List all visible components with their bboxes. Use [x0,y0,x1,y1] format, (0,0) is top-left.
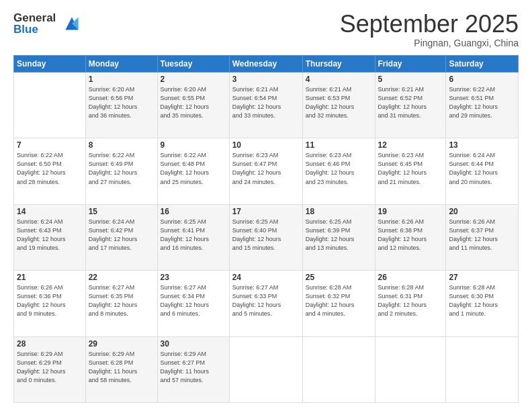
calendar-cell: 9Sunrise: 6:22 AM Sunset: 6:48 PM Daylig… [157,138,229,204]
day-number: 27 [449,273,515,282]
day-number: 29 [89,339,154,349]
calendar-cell: 21Sunrise: 6:26 AM Sunset: 6:36 PM Dayli… [14,271,86,336]
calendar-cell: 22Sunrise: 6:27 AM Sunset: 6:35 PM Dayli… [85,271,157,336]
day-detail: Sunrise: 6:21 AM Sunset: 6:52 PM Dayligh… [378,85,443,120]
day-detail: Sunrise: 6:23 AM Sunset: 6:47 PM Dayligh… [232,151,300,186]
calendar-cell: 26Sunrise: 6:28 AM Sunset: 6:31 PM Dayli… [375,271,446,336]
day-detail: Sunrise: 6:25 AM Sunset: 6:40 PM Dayligh… [232,218,300,253]
calendar-cell: 13Sunrise: 6:24 AM Sunset: 6:44 PM Dayli… [446,138,519,204]
calendar-cell: 10Sunrise: 6:23 AM Sunset: 6:47 PM Dayli… [229,138,302,204]
calendar-cell: 4Sunrise: 6:21 AM Sunset: 6:53 PM Daylig… [302,73,375,138]
calendar-cell: 18Sunrise: 6:25 AM Sunset: 6:39 PM Dayli… [302,204,375,270]
calendar-cell: 12Sunrise: 6:23 AM Sunset: 6:45 PM Dayli… [375,138,446,204]
day-number: 16 [161,207,226,216]
day-detail: Sunrise: 6:20 AM Sunset: 6:56 PM Dayligh… [89,85,154,120]
calendar-cell: 3Sunrise: 6:21 AM Sunset: 6:54 PM Daylig… [229,73,302,138]
calendar-cell: 28Sunrise: 6:29 AM Sunset: 6:29 PM Dayli… [14,336,86,402]
day-number: 18 [306,207,372,216]
day-detail: Sunrise: 6:25 AM Sunset: 6:39 PM Dayligh… [306,218,372,253]
day-detail: Sunrise: 6:22 AM Sunset: 6:49 PM Dayligh… [89,151,154,186]
weekday-header: Sunday [14,56,86,73]
day-detail: Sunrise: 6:21 AM Sunset: 6:54 PM Dayligh… [232,85,300,120]
weekday-header: Monday [85,56,157,73]
page-header: General Blue September 2025 Pingnan, Gua… [13,12,519,48]
calendar-cell: 24Sunrise: 6:27 AM Sunset: 6:33 PM Dayli… [229,271,302,336]
title-block: September 2025 Pingnan, Guangxi, China [340,12,519,48]
day-number: 21 [17,273,83,282]
day-number: 28 [17,339,83,349]
calendar-week-row: 14Sunrise: 6:24 AM Sunset: 6:43 PM Dayli… [14,204,519,270]
calendar-week-row: 7Sunrise: 6:22 AM Sunset: 6:50 PM Daylig… [14,138,519,204]
weekday-header: Tuesday [157,56,229,73]
day-number: 5 [378,75,443,84]
calendar-cell: 17Sunrise: 6:25 AM Sunset: 6:40 PM Dayli… [229,204,302,270]
weekday-header: Wednesday [229,56,302,73]
calendar-cell [229,336,302,402]
weekday-header: Friday [375,56,446,73]
day-detail: Sunrise: 6:24 AM Sunset: 6:44 PM Dayligh… [449,151,515,186]
day-detail: Sunrise: 6:28 AM Sunset: 6:31 PM Dayligh… [378,283,443,318]
day-number: 2 [161,75,226,84]
location-subtitle: Pingnan, Guangxi, China [340,38,519,48]
calendar-header-row: SundayMondayTuesdayWednesdayThursdayFrid… [14,56,519,73]
day-number: 3 [232,75,300,84]
calendar-cell: 2Sunrise: 6:20 AM Sunset: 6:55 PM Daylig… [157,73,229,138]
calendar-cell: 16Sunrise: 6:25 AM Sunset: 6:41 PM Dayli… [157,204,229,270]
calendar-week-row: 21Sunrise: 6:26 AM Sunset: 6:36 PM Dayli… [14,271,519,336]
calendar-cell: 7Sunrise: 6:22 AM Sunset: 6:50 PM Daylig… [14,138,86,204]
day-detail: Sunrise: 6:27 AM Sunset: 6:33 PM Dayligh… [232,283,300,318]
logo: General Blue [13,12,83,35]
day-number: 20 [449,207,515,216]
day-number: 19 [378,207,443,216]
day-detail: Sunrise: 6:23 AM Sunset: 6:45 PM Dayligh… [378,151,443,186]
day-number: 11 [306,140,372,150]
day-number: 15 [89,207,154,216]
logo-general: General [13,12,56,24]
day-number: 7 [17,140,83,150]
day-number: 8 [89,140,154,150]
day-number: 17 [232,207,300,216]
calendar-cell: 20Sunrise: 6:26 AM Sunset: 6:37 PM Dayli… [446,204,519,270]
calendar-cell: 19Sunrise: 6:26 AM Sunset: 6:38 PM Dayli… [375,204,446,270]
calendar-week-row: 1Sunrise: 6:20 AM Sunset: 6:56 PM Daylig… [14,73,519,138]
weekday-header: Thursday [302,56,375,73]
calendar-cell [375,336,446,402]
calendar-cell [302,336,375,402]
calendar-cell: 30Sunrise: 6:29 AM Sunset: 6:27 PM Dayli… [157,336,229,402]
calendar-week-row: 28Sunrise: 6:29 AM Sunset: 6:29 PM Dayli… [14,336,519,402]
day-detail: Sunrise: 6:22 AM Sunset: 6:50 PM Dayligh… [17,151,83,186]
calendar-cell: 1Sunrise: 6:20 AM Sunset: 6:56 PM Daylig… [85,73,157,138]
day-detail: Sunrise: 6:25 AM Sunset: 6:41 PM Dayligh… [161,218,226,253]
day-number: 24 [232,273,300,282]
day-detail: Sunrise: 6:26 AM Sunset: 6:37 PM Dayligh… [449,218,515,253]
day-detail: Sunrise: 6:29 AM Sunset: 6:27 PM Dayligh… [161,350,226,385]
day-detail: Sunrise: 6:23 AM Sunset: 6:46 PM Dayligh… [306,151,372,186]
day-number: 26 [378,273,443,282]
day-number: 6 [449,75,515,84]
day-number: 1 [89,75,154,84]
day-detail: Sunrise: 6:20 AM Sunset: 6:55 PM Dayligh… [161,85,226,120]
day-detail: Sunrise: 6:27 AM Sunset: 6:35 PM Dayligh… [89,283,154,318]
day-detail: Sunrise: 6:24 AM Sunset: 6:43 PM Dayligh… [17,218,83,253]
day-number: 22 [89,273,154,282]
day-number: 9 [161,140,226,150]
calendar-cell: 11Sunrise: 6:23 AM Sunset: 6:46 PM Dayli… [302,138,375,204]
calendar-cell: 5Sunrise: 6:21 AM Sunset: 6:52 PM Daylig… [375,73,446,138]
day-detail: Sunrise: 6:29 AM Sunset: 6:28 PM Dayligh… [89,350,154,385]
day-detail: Sunrise: 6:28 AM Sunset: 6:32 PM Dayligh… [306,283,372,318]
weekday-header: Saturday [446,56,519,73]
day-detail: Sunrise: 6:28 AM Sunset: 6:30 PM Dayligh… [449,283,515,318]
calendar-cell: 27Sunrise: 6:28 AM Sunset: 6:30 PM Dayli… [446,271,519,336]
calendar-cell: 15Sunrise: 6:24 AM Sunset: 6:42 PM Dayli… [85,204,157,270]
calendar-cell: 8Sunrise: 6:22 AM Sunset: 6:49 PM Daylig… [85,138,157,204]
day-detail: Sunrise: 6:26 AM Sunset: 6:36 PM Dayligh… [17,283,83,318]
calendar-cell: 14Sunrise: 6:24 AM Sunset: 6:43 PM Dayli… [14,204,86,270]
day-number: 30 [161,339,226,349]
calendar-table: SundayMondayTuesdayWednesdayThursdayFrid… [13,55,519,403]
month-title: September 2025 [340,12,519,36]
day-detail: Sunrise: 6:29 AM Sunset: 6:29 PM Dayligh… [17,350,83,385]
day-number: 13 [449,140,515,150]
day-detail: Sunrise: 6:26 AM Sunset: 6:38 PM Dayligh… [378,218,443,253]
calendar-cell: 23Sunrise: 6:27 AM Sunset: 6:34 PM Dayli… [157,271,229,336]
day-number: 25 [306,273,372,282]
